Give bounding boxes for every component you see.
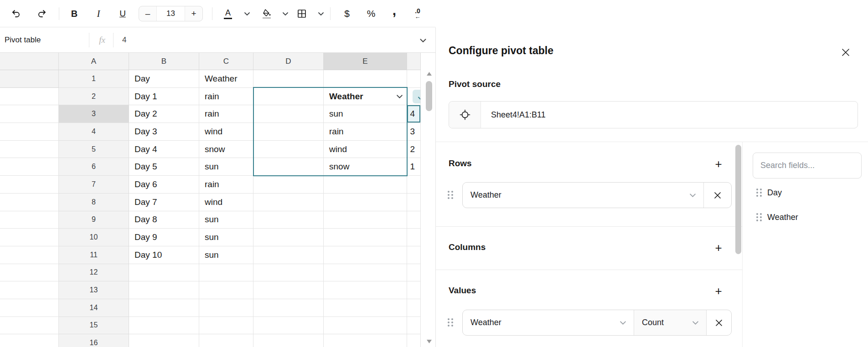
underline-button[interactable]: U [114,5,131,22]
cell-A15[interactable] [129,317,199,335]
currency-button[interactable]: $ [339,5,355,22]
cell-B2[interactable]: rain [199,88,253,106]
percent-button[interactable]: % [363,5,379,22]
cell-A6[interactable]: Day 5 [129,158,199,176]
cell-C16[interactable] [253,334,324,347]
cell-B13[interactable] [199,281,253,299]
row-header-14[interactable]: 14 [59,299,129,317]
cell-C13[interactable] [253,281,324,299]
cell-A14[interactable] [129,299,199,317]
cell-D8[interactable] [324,194,407,211]
cell-B8[interactable]: wind [199,194,253,211]
cell-E9[interactable] [407,211,421,229]
cell-C3[interactable] [253,105,324,123]
cell-D6[interactable]: snow [324,158,407,176]
cell-B9[interactable]: sun [199,211,253,229]
cell-B11[interactable]: sun [199,246,253,264]
cell-D7[interactable] [324,176,407,194]
field-item-weather[interactable]: Weather [756,210,861,224]
cell-A1[interactable]: Day [129,70,199,88]
cell-E16[interactable] [407,334,421,347]
cell-D15[interactable] [324,317,407,335]
text-color-dropdown[interactable] [239,5,255,22]
cell-D4[interactable]: rain [324,123,407,141]
comma-button[interactable]: , [386,5,403,22]
decrease-decimal-button[interactable]: .0← [409,5,426,22]
panel-scrollbar-thumb[interactable] [735,145,741,254]
cell-C8[interactable] [253,194,324,211]
cell-F1[interactable] [0,88,59,106]
decrease-font-button[interactable]: – [139,6,156,21]
cell-D9[interactable] [324,211,407,229]
formula-bar-expand-button[interactable] [418,35,429,46]
cell-D16[interactable] [324,334,407,347]
cell-D2[interactable]: Weather [324,88,407,106]
cell-C2[interactable] [253,88,324,106]
values-field-select[interactable]: Weather [463,310,634,335]
add-row-field-button[interactable]: + [711,157,726,171]
cell-B15[interactable] [199,317,253,335]
cell-C10[interactable] [253,229,324,246]
column-header-D[interactable]: D [253,53,324,70]
cell-A10[interactable]: Day 9 [129,229,199,246]
cell-E1[interactable] [407,70,421,88]
cell-D14[interactable] [324,299,407,317]
borders-dropdown[interactable] [313,5,329,22]
cell-D12[interactable] [324,264,407,282]
column-header-E[interactable]: E [324,53,407,70]
grid-corner[interactable] [0,53,59,70]
cell-F11[interactable] [0,264,59,282]
cell-E2[interactable]: Count of Wea [407,88,421,106]
cell-C9[interactable] [253,211,324,229]
sheet-name-box[interactable]: Pivot table [5,27,41,53]
cell-F14[interactable] [0,317,59,335]
drag-handle-icon[interactable] [756,188,762,197]
row-header-15[interactable]: 15 [59,317,129,335]
cell-A13[interactable] [129,281,199,299]
cell-F2[interactable] [0,105,59,123]
font-size-value[interactable]: 13 [156,6,185,21]
cell-B3[interactable]: rain [199,105,253,123]
cell-C14[interactable] [253,299,324,317]
cell-A16[interactable] [129,334,199,347]
cell-E14[interactable] [407,299,421,317]
remove-values-field-button[interactable] [707,310,731,335]
grid-scrollbar-thumb[interactable] [426,81,432,111]
cell-E4[interactable]: 3 [407,123,421,141]
cell-C1[interactable] [253,70,324,88]
search-fields-input[interactable] [753,153,862,179]
cell-F8[interactable] [0,211,59,229]
cell-A3[interactable]: Day 2 [129,105,199,123]
cell-E7[interactable] [407,176,421,194]
cell-E5[interactable]: 2 [407,141,421,158]
cell-B5[interactable]: snow [199,141,253,158]
cell-A9[interactable]: Day 8 [129,211,199,229]
cell-C15[interactable] [253,317,324,335]
cell-B16[interactable] [199,334,253,347]
cell-D3[interactable]: sun [324,105,407,123]
values-aggregation-select[interactable]: Count [634,310,706,335]
cell-D13[interactable] [324,281,407,299]
cell-A11[interactable]: Day 10 [129,246,199,264]
scroll-down-button[interactable] [426,339,432,344]
cell-D5[interactable]: wind [324,141,407,158]
column-header-F[interactable] [407,53,421,70]
cell-F7[interactable] [0,194,59,211]
redo-button[interactable] [34,5,50,22]
row-header-4[interactable]: 4 [59,123,129,141]
column-header-C[interactable]: C [199,53,253,70]
row-header-7[interactable]: 7 [59,176,129,194]
row-header-16[interactable]: 16 [59,334,129,347]
add-column-field-button[interactable]: + [711,240,726,255]
cell-A4[interactable]: Day 3 [129,123,199,141]
cell-F5[interactable] [0,158,59,176]
row-header-5[interactable]: 5 [59,141,129,158]
cell-E15[interactable] [407,317,421,335]
cell-E12[interactable] [407,264,421,282]
scroll-up-button[interactable] [426,71,432,77]
cell-C5[interactable] [253,141,324,158]
fill-color-button[interactable] [258,5,275,22]
cell-A2[interactable]: Day 1 [129,88,199,106]
pick-range-button[interactable] [449,102,481,128]
row-header-8[interactable]: 8 [59,194,129,211]
